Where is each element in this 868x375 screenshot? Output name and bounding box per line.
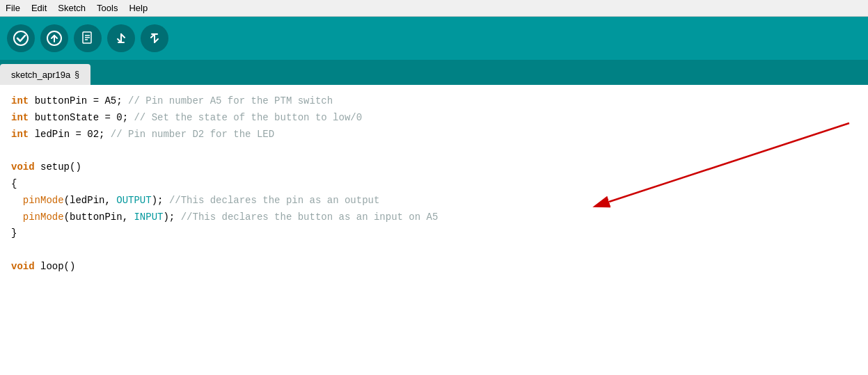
open-button[interactable] bbox=[107, 24, 135, 52]
tab-modified-icon: § bbox=[74, 70, 79, 79]
code-line-11: void loop() bbox=[11, 259, 857, 276]
svg-point-0 bbox=[14, 31, 28, 45]
tab-sketch[interactable]: sketch_apr19a § bbox=[0, 64, 90, 85]
menu-edit[interactable]: Edit bbox=[31, 3, 47, 13]
save-button[interactable] bbox=[141, 24, 168, 52]
menu-tools[interactable]: Tools bbox=[97, 3, 118, 13]
code-line-4 bbox=[11, 143, 857, 159]
new-icon bbox=[80, 31, 95, 46]
code-line-8: pinMode(buttonPin, INPUT); //This declar… bbox=[11, 209, 857, 226]
code-line-3: int ledPin = 02; // Pin number D2 for th… bbox=[11, 127, 857, 143]
menu-sketch[interactable]: Sketch bbox=[58, 3, 86, 13]
toolbar bbox=[0, 17, 868, 60]
menu-bar: File Edit Sketch Tools Help bbox=[0, 0, 868, 17]
menu-file[interactable]: File bbox=[6, 3, 20, 13]
tab-bar: sketch_apr19a § bbox=[0, 60, 868, 85]
code-line-6: { bbox=[11, 176, 857, 193]
code-area: int buttonPin = A5; // Pin number A5 for… bbox=[0, 85, 868, 375]
save-icon bbox=[147, 31, 162, 46]
verify-icon bbox=[13, 31, 29, 46]
tab-label: sketch_apr19a bbox=[11, 70, 70, 80]
upload-button[interactable] bbox=[40, 24, 68, 52]
menu-help[interactable]: Help bbox=[129, 3, 148, 13]
code-line-9: } bbox=[11, 225, 857, 242]
new-button[interactable] bbox=[74, 24, 102, 52]
code-line-10 bbox=[11, 242, 857, 259]
open-icon bbox=[113, 31, 129, 46]
code-line-5: void setup() bbox=[11, 159, 857, 176]
code-line-2: int buttonState = 0; // Set the state of… bbox=[11, 110, 857, 127]
code-line-1: int buttonPin = A5; // Pin number A5 for… bbox=[11, 93, 857, 110]
verify-button[interactable] bbox=[7, 24, 35, 52]
upload-icon bbox=[47, 31, 62, 46]
code-line-7: pinMode(ledPin, OUTPUT); //This declares… bbox=[11, 193, 857, 209]
